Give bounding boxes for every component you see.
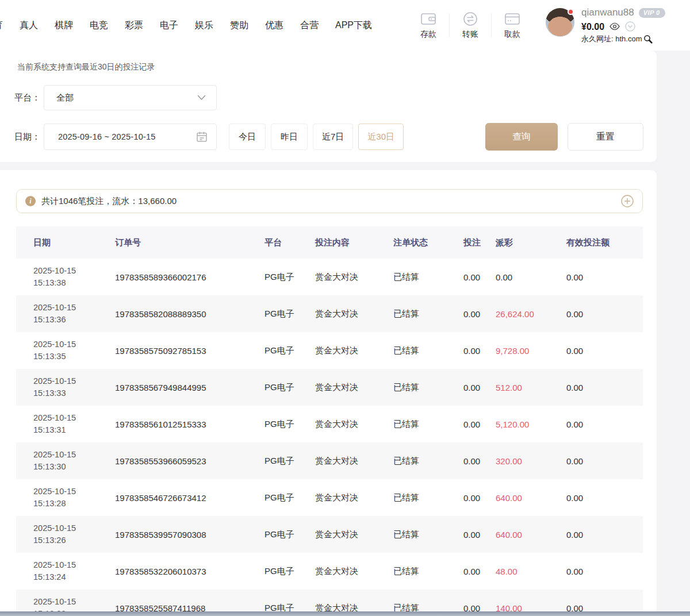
cell-order-number: 1978358582088889350 bbox=[115, 309, 264, 319]
nav-item-affiliate[interactable]: 合营 bbox=[300, 20, 319, 32]
platform-filter-row: 平台： 全部 bbox=[0, 85, 644, 110]
cell-order-number: 1978358539957090308 bbox=[115, 530, 264, 540]
cell-status: 已结算 bbox=[393, 492, 463, 503]
platform-label: 平台： bbox=[0, 93, 44, 103]
cell-valid-amount: 0.00 bbox=[566, 346, 643, 356]
nav-item-live[interactable]: 真人 bbox=[20, 20, 38, 32]
table-row[interactable]: 2025-10-1515:13:33 1978358567949844995 P… bbox=[16, 369, 643, 406]
cell-platform: PG电子 bbox=[264, 419, 315, 430]
cell-payout: 9,728.00 bbox=[496, 346, 566, 356]
nav-item-slots[interactable]: 电子 bbox=[160, 20, 178, 32]
platform-select[interactable]: 全部 bbox=[44, 85, 217, 110]
cell-payout: 512.00 bbox=[496, 383, 566, 392]
info-icon: i bbox=[25, 196, 36, 206]
table-row[interactable]: 2025-10-1515:13:35 1978358575092785153 P… bbox=[16, 332, 643, 369]
reset-button[interactable]: 重置 bbox=[568, 123, 643, 151]
cell-bet-content: 赏金大对决 bbox=[315, 272, 393, 283]
cell-datetime: 2025-10-1515:13:36 bbox=[33, 302, 115, 326]
cell-order-number: 1978358532206010373 bbox=[115, 567, 264, 576]
col-header-payout: 派彩 bbox=[496, 237, 566, 248]
cell-payout: 320.00 bbox=[496, 456, 566, 466]
col-header-bet: 投注 bbox=[463, 237, 496, 248]
cell-status: 已结算 bbox=[393, 456, 463, 467]
table-row[interactable]: 2025-10-1515:13:30 1978358553966059523 P… bbox=[16, 442, 643, 479]
cell-datetime: 2025-10-1515:13:30 bbox=[33, 449, 115, 473]
transfer-button[interactable]: 转账 bbox=[450, 11, 491, 40]
col-header-date: 日期 bbox=[33, 237, 115, 248]
table-row[interactable]: 2025-10-1515:13:31 1978358561012515333 P… bbox=[16, 406, 643, 442]
quick-today-button[interactable]: 今日 bbox=[229, 124, 266, 150]
transfer-label: 转账 bbox=[462, 29, 478, 40]
cell-bet-content: 赏金大对决 bbox=[315, 419, 393, 430]
user-block: qianwanu88 VIP 0 ¥0.00 永久网址: hth.com bbox=[546, 7, 665, 44]
cell-platform: PG电子 bbox=[264, 492, 315, 503]
quick-30days-button[interactable]: 近30日 bbox=[358, 124, 404, 150]
cell-datetime: 2025-10-1515:13:26 bbox=[33, 522, 115, 546]
query-button[interactable]: 查询 bbox=[485, 123, 558, 151]
cell-datetime: 2025-10-1515:13:38 bbox=[33, 265, 115, 289]
nav-item-cards[interactable]: 棋牌 bbox=[55, 20, 73, 32]
quick-yesterday-button[interactable]: 昨日 bbox=[271, 124, 308, 150]
cell-bet-content: 赏金大对决 bbox=[315, 492, 393, 503]
withdraw-button[interactable]: 取款 bbox=[492, 11, 533, 40]
cell-datetime: 2025-10-1515:13:24 bbox=[33, 559, 115, 583]
deposit-label: 存款 bbox=[420, 29, 436, 40]
cell-order-number: 1978358561012515333 bbox=[115, 419, 264, 429]
cell-bet-content: 赏金大对决 bbox=[315, 309, 393, 319]
cell-bet-amount: 0.00 bbox=[463, 567, 496, 576]
user-info: qianwanu88 VIP 0 ¥0.00 永久网址: hth.com bbox=[581, 7, 665, 44]
cell-valid-amount: 0.00 bbox=[566, 309, 643, 319]
col-header-content: 投注内容 bbox=[315, 237, 393, 248]
cell-platform: PG电子 bbox=[264, 382, 315, 393]
notification-dot bbox=[568, 9, 574, 15]
cell-status: 已结算 bbox=[393, 309, 463, 319]
cell-bet-amount: 0.00 bbox=[463, 346, 496, 356]
nav-item-casino[interactable]: 娱乐 bbox=[195, 20, 213, 32]
nav-item-promo[interactable]: 优惠 bbox=[265, 20, 283, 32]
cell-order-number: 1978358567949844995 bbox=[115, 383, 264, 392]
balance-amount: ¥0.00 bbox=[581, 21, 604, 32]
nav-item-lottery[interactable]: 彩票 bbox=[125, 20, 143, 32]
table-row[interactable]: 2025-10-1515:13:24 1978358532206010373 P… bbox=[16, 553, 643, 590]
date-range-input[interactable]: 2025-09-16 ~ 2025-10-15 bbox=[44, 124, 217, 150]
chevron-down-circle-icon[interactable] bbox=[625, 21, 635, 32]
table-row[interactable]: 2025-10-1515:13:38 1978358589366002176 P… bbox=[16, 259, 643, 295]
plus-circle-icon[interactable] bbox=[620, 194, 634, 208]
nav-item-sports[interactable]: 体育 bbox=[0, 20, 3, 32]
cell-bet-content: 赏金大对决 bbox=[315, 382, 393, 393]
cell-payout: 0.00 bbox=[496, 272, 566, 282]
avatar[interactable] bbox=[546, 8, 574, 37]
cell-valid-amount: 0.00 bbox=[566, 383, 643, 392]
cell-payout: 48.00 bbox=[496, 567, 566, 576]
date-label: 日期： bbox=[0, 132, 44, 143]
cell-valid-amount: 0.00 bbox=[566, 493, 643, 503]
col-header-order: 订单号 bbox=[115, 237, 264, 248]
nav-item-esports[interactable]: 电竞 bbox=[90, 20, 108, 32]
table-row[interactable]: 2025-10-1515:13:26 1978358539957090308 P… bbox=[16, 516, 643, 553]
cell-bet-content: 赏金大对决 bbox=[315, 529, 393, 540]
cell-platform: PG电子 bbox=[264, 309, 315, 319]
cell-bet-amount: 0.00 bbox=[463, 493, 496, 503]
vip-badge: VIP 0 bbox=[639, 8, 665, 18]
eye-icon[interactable] bbox=[610, 22, 620, 30]
username: qianwanu88 bbox=[581, 7, 634, 18]
cell-payout: 640.00 bbox=[496, 493, 566, 503]
transfer-icon bbox=[462, 11, 479, 26]
cell-bet-content: 赏金大对决 bbox=[315, 456, 393, 467]
table-row[interactable]: 2025-10-1515:13:36 1978358582088889350 P… bbox=[16, 295, 643, 332]
cell-bet-amount: 0.00 bbox=[463, 272, 496, 282]
search-icon[interactable] bbox=[643, 34, 653, 44]
nav-item-sponsor[interactable]: 赞助 bbox=[230, 20, 248, 32]
deposit-button[interactable]: 存款 bbox=[408, 11, 449, 40]
quick-7days-button[interactable]: 近7日 bbox=[313, 124, 353, 150]
cell-bet-amount: 0.00 bbox=[463, 530, 496, 540]
table-row[interactable]: 2025-10-1515:13:28 1978358546726673412 P… bbox=[16, 479, 643, 516]
cell-bet-content: 赏金大对决 bbox=[315, 345, 393, 356]
cell-platform: PG电子 bbox=[264, 529, 315, 540]
nav-item-app-download[interactable]: APP下载 bbox=[335, 20, 372, 32]
cell-bet-amount: 0.00 bbox=[463, 419, 496, 429]
cell-platform: PG电子 bbox=[264, 566, 315, 577]
cell-valid-amount: 0.00 bbox=[566, 419, 643, 429]
cell-valid-amount: 0.00 bbox=[566, 530, 643, 540]
cell-payout: 26,624.00 bbox=[496, 309, 566, 319]
